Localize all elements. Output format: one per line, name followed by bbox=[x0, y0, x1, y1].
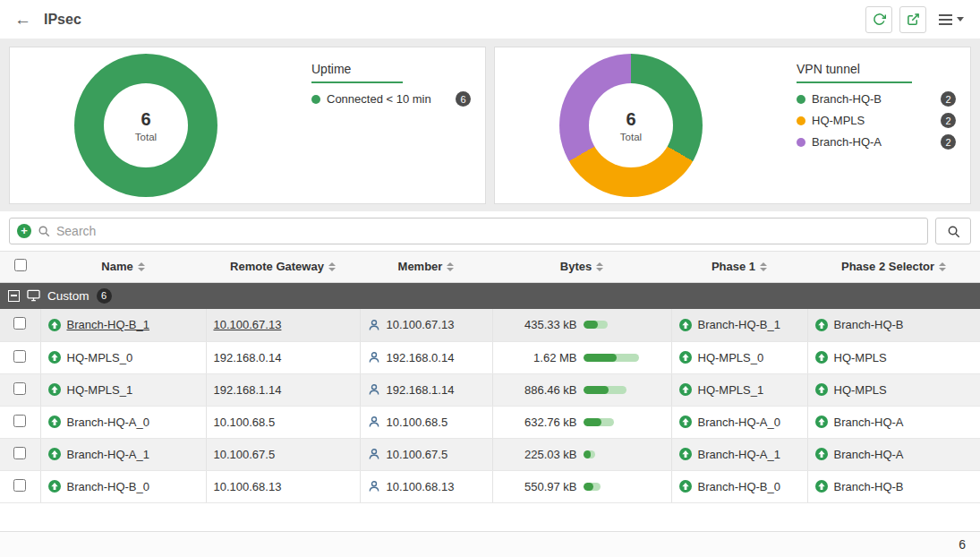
ipsec-table: Name Remote Gateway Member Bytes Phase 1… bbox=[0, 252, 980, 503]
count-badge: 2 bbox=[941, 113, 956, 128]
row-checkbox[interactable] bbox=[13, 447, 26, 459]
remote-gateway: 10.100.67.13 bbox=[214, 318, 282, 331]
table-row[interactable]: Branch-HQ-B_0 10.100.68.13 10.100.68.13 … bbox=[0, 470, 980, 502]
bytes-value: 1.62 MB bbox=[500, 351, 577, 364]
column-header-remote-gateway[interactable]: Remote Gateway bbox=[206, 252, 360, 282]
status-bar: 6 bbox=[0, 531, 980, 557]
sort-icon bbox=[447, 262, 454, 271]
remote-gateway: 10.100.68.13 bbox=[214, 480, 282, 493]
column-header-name[interactable]: Name bbox=[40, 252, 206, 282]
phase2-value: Branch-HQ-A bbox=[834, 448, 904, 461]
tunnel-name-link[interactable]: HQ-MPLS_1 bbox=[67, 383, 133, 397]
uptime-widget: 6 Total Uptime Connected < 10 min 6 bbox=[9, 47, 486, 204]
phase1-value: Branch-HQ-B_0 bbox=[698, 480, 780, 493]
tunnel-up-icon bbox=[815, 480, 828, 493]
member-icon bbox=[368, 416, 380, 428]
remote-gateway: 192.168.0.14 bbox=[214, 351, 282, 364]
column-header-phase1[interactable]: Phase 1 bbox=[671, 252, 807, 282]
legend-item-branch-hq-b[interactable]: Branch-HQ-B 2 bbox=[797, 91, 956, 107]
vpn-donut-chart[interactable]: 6 Total bbox=[559, 54, 703, 197]
phase2-value: HQ-MPLS bbox=[834, 383, 887, 397]
member-value: 10.100.67.13 bbox=[387, 318, 455, 331]
bytes-bar bbox=[584, 354, 643, 362]
search-icon bbox=[947, 225, 960, 238]
tunnel-name-link[interactable]: Branch-HQ-A_0 bbox=[67, 416, 149, 429]
add-filter-button[interactable]: + bbox=[17, 224, 31, 238]
search-button[interactable] bbox=[935, 218, 971, 244]
column-header-bytes[interactable]: Bytes bbox=[492, 252, 671, 282]
collapse-group-button[interactable] bbox=[8, 290, 20, 302]
member-value: 192.168.0.14 bbox=[387, 351, 455, 364]
donut-total: 6 bbox=[626, 109, 635, 130]
table-row[interactable]: Branch-HQ-A_0 10.100.68.5 10.100.68.5 63… bbox=[0, 406, 980, 438]
count-badge: 2 bbox=[941, 91, 956, 107]
remote-gateway: 10.100.67.5 bbox=[214, 448, 276, 461]
count-badge: 6 bbox=[456, 91, 471, 107]
row-checkbox[interactable] bbox=[13, 415, 26, 427]
table-row[interactable]: Branch-HQ-A_1 10.100.67.5 10.100.67.5 22… bbox=[0, 438, 980, 470]
row-checkbox[interactable] bbox=[13, 317, 26, 330]
table-row[interactable]: HQ-MPLS_1 192.168.1.14 192.168.1.14 886.… bbox=[0, 373, 980, 406]
phase2-value: Branch-HQ-B bbox=[834, 318, 904, 331]
uptime-legend: Uptime Connected < 10 min 6 bbox=[311, 62, 471, 107]
sort-icon bbox=[328, 262, 336, 271]
remote-gateway: 10.100.68.5 bbox=[214, 416, 276, 429]
table-header-row: Name Remote Gateway Member Bytes Phase 1… bbox=[0, 252, 980, 282]
table-row[interactable]: Branch-HQ-B_1 10.100.67.13 10.100.67.13 … bbox=[0, 309, 980, 341]
legend-dot bbox=[311, 95, 320, 104]
member-value: 192.168.1.14 bbox=[387, 383, 455, 397]
tunnel-up-icon bbox=[815, 319, 828, 331]
bytes-value: 632.76 kB bbox=[500, 416, 577, 429]
row-checkbox[interactable] bbox=[13, 479, 26, 492]
tunnel-type-icon bbox=[27, 289, 40, 302]
tunnel-up-icon bbox=[815, 416, 828, 428]
row-checkbox[interactable] bbox=[13, 350, 26, 363]
uptime-donut-chart[interactable]: 6 Total bbox=[74, 54, 217, 197]
page-title: IPsec bbox=[44, 12, 81, 28]
legend-item-branch-hq-a[interactable]: Branch-HQ-A 2 bbox=[797, 134, 956, 150]
select-all-header bbox=[0, 252, 40, 282]
sort-icon bbox=[138, 262, 145, 271]
tunnel-up-icon bbox=[48, 480, 61, 493]
tunnel-up-icon bbox=[48, 319, 61, 331]
tunnel-up-icon bbox=[48, 416, 61, 428]
tunnel-name-link[interactable]: Branch-HQ-B_1 bbox=[67, 318, 149, 331]
sort-icon bbox=[760, 262, 767, 271]
refresh-button[interactable] bbox=[865, 6, 892, 33]
group-row-custom[interactable]: Custom 6 bbox=[0, 282, 980, 309]
column-header-phase2-selector[interactable]: Phase 2 Selector bbox=[807, 252, 980, 282]
column-header-member[interactable]: Member bbox=[360, 252, 492, 282]
topbar-actions bbox=[865, 6, 969, 33]
donut-center: 6 Total bbox=[104, 83, 188, 167]
menu-button[interactable] bbox=[933, 11, 969, 29]
bytes-value: 550.97 kB bbox=[500, 480, 577, 493]
back-button[interactable]: ← bbox=[11, 10, 35, 30]
group-label: Custom bbox=[47, 289, 89, 303]
member-value: 10.100.68.5 bbox=[387, 416, 448, 429]
tunnel-up-icon bbox=[48, 383, 61, 396]
tunnel-name-link[interactable]: HQ-MPLS_0 bbox=[67, 351, 133, 364]
donut-center: 6 Total bbox=[589, 83, 673, 167]
member-icon bbox=[368, 448, 380, 460]
legend-item-connected[interactable]: Connected < 10 min 6 bbox=[311, 91, 471, 107]
search-input[interactable] bbox=[56, 224, 920, 238]
tunnel-up-icon bbox=[815, 448, 828, 460]
legend-dot bbox=[797, 95, 805, 104]
phase1-value: Branch-HQ-B_1 bbox=[698, 318, 780, 331]
tunnel-up-icon bbox=[815, 383, 828, 396]
legend-item-hq-mpls[interactable]: HQ-MPLS 2 bbox=[797, 113, 956, 128]
chevron-down-icon bbox=[957, 17, 964, 21]
search-icon bbox=[38, 225, 50, 237]
donut-total-label: Total bbox=[135, 132, 157, 142]
tunnel-name-link[interactable]: Branch-HQ-B_0 bbox=[67, 480, 149, 493]
bytes-value: 435.33 kB bbox=[500, 318, 577, 331]
sort-icon bbox=[596, 262, 603, 271]
phase1-value: HQ-MPLS_1 bbox=[698, 383, 764, 397]
tunnel-name-link[interactable]: Branch-HQ-A_1 bbox=[67, 448, 149, 461]
row-checkbox[interactable] bbox=[13, 382, 26, 395]
select-all-checkbox[interactable] bbox=[14, 259, 27, 271]
open-in-window-button[interactable] bbox=[899, 6, 926, 33]
table-row[interactable]: HQ-MPLS_0 192.168.0.14 192.168.0.14 1.62… bbox=[0, 341, 980, 373]
tunnel-up-icon bbox=[679, 351, 692, 364]
sort-icon bbox=[939, 262, 946, 271]
